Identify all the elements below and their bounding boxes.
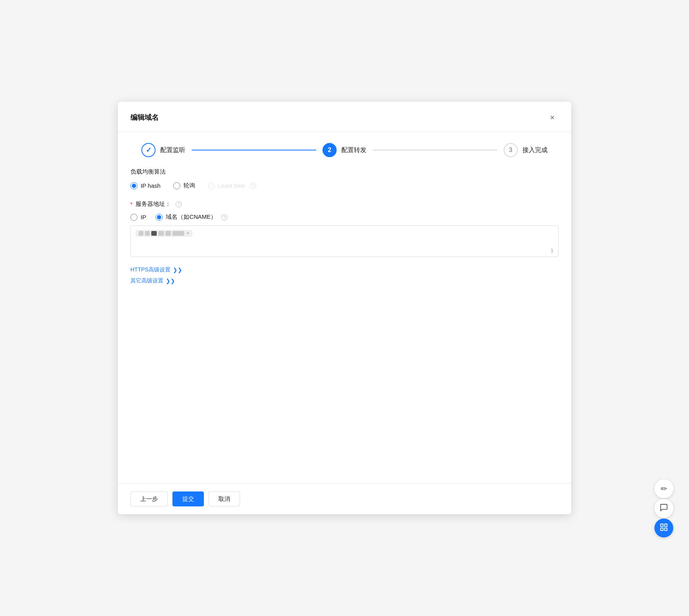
svg-rect-1 — [665, 524, 667, 526]
tag-seg-6 — [172, 231, 184, 236]
radio-domain-type-input[interactable] — [156, 214, 163, 221]
step-2-label: 配置转发 — [341, 146, 366, 154]
grid-icon — [660, 523, 668, 534]
float-grid-button[interactable] — [654, 519, 673, 537]
tag-seg-2 — [145, 231, 150, 236]
required-star: * — [130, 201, 132, 207]
prev-button[interactable]: 上一步 — [130, 491, 168, 506]
step-1-check: ✓ — [146, 146, 152, 154]
radio-round-robin-input[interactable] — [173, 182, 180, 189]
modal-container: 编辑域名 × ✓ 配置监听 2 配置转发 3 接入完成 — [118, 102, 571, 514]
tag-seg-4 — [158, 231, 164, 236]
other-advanced-link[interactable]: 其它高级设置 ❯❯ — [130, 277, 559, 284]
tag-seg-5 — [165, 231, 171, 236]
https-advanced-link[interactable]: HTTPS高级设置 ❯❯ — [130, 266, 559, 273]
step-3-circle: 3 — [504, 143, 518, 157]
svg-rect-2 — [665, 528, 667, 530]
radio-ip-hash-input[interactable] — [130, 182, 137, 189]
radio-ip-hash-label: IP hash — [141, 182, 161, 189]
tag-seg-3 — [151, 231, 157, 236]
radio-domain-type-label: 域名（如CNAME） — [166, 213, 216, 221]
radio-round-robin-label: 轮询 — [183, 182, 195, 189]
float-chat-button[interactable] — [654, 499, 673, 518]
step-3: 3 接入完成 — [504, 143, 548, 157]
other-chevron-icon: ❯❯ — [166, 278, 175, 284]
load-balance-title: 负载均衡算法 — [130, 168, 559, 176]
radio-ip-type-input[interactable] — [130, 214, 137, 221]
server-address-help-icon[interactable]: ? — [176, 201, 182, 207]
modal-footer: 上一步 提交 取消 — [118, 483, 571, 514]
close-button[interactable]: × — [546, 111, 559, 124]
step-3-label: 接入完成 — [522, 146, 548, 154]
float-edit-button[interactable]: ✏ — [654, 479, 673, 498]
chat-icon — [660, 503, 668, 514]
domain-type-help-icon[interactable]: ? — [221, 214, 227, 220]
step-2: 2 配置转发 — [323, 143, 366, 157]
cancel-button[interactable]: 取消 — [209, 491, 240, 506]
tag-item-1: × — [136, 230, 192, 237]
step-3-number: 3 — [509, 147, 513, 154]
step-line-2 — [373, 150, 497, 150]
https-advanced-label: HTTPS高级设置 — [130, 266, 170, 273]
float-buttons: ✏ — [654, 479, 673, 537]
radio-least-time[interactable]: Least time ? — [208, 182, 256, 189]
https-chevron-icon: ❯❯ — [173, 267, 182, 273]
radio-domain-type[interactable]: 域名（如CNAME） ? — [156, 213, 227, 221]
modal-content: 负载均衡算法 IP hash 轮询 Least time ? * 服务器地址： — [118, 168, 571, 483]
tag-close-1[interactable]: × — [187, 231, 189, 236]
least-time-help-icon[interactable]: ? — [250, 183, 256, 189]
step-2-circle: 2 — [323, 143, 337, 157]
radio-least-time-input — [208, 182, 215, 189]
radio-ip-type[interactable]: IP — [130, 214, 146, 221]
radio-ip-type-label: IP — [141, 214, 146, 220]
steps-container: ✓ 配置监听 2 配置转发 3 接入完成 — [118, 132, 571, 168]
other-advanced-label: 其它高级设置 — [130, 277, 163, 284]
step-1-label: 配置监听 — [160, 146, 185, 154]
radio-round-robin[interactable]: 轮询 — [173, 182, 195, 189]
step-1-circle: ✓ — [141, 143, 156, 157]
step-line-1 — [192, 150, 316, 150]
tag-count: 1 — [551, 248, 553, 253]
submit-button[interactable]: 提交 — [172, 491, 204, 506]
tag-seg-1 — [139, 231, 143, 236]
step-2-number: 2 — [328, 147, 332, 154]
svg-rect-3 — [661, 528, 663, 530]
radio-least-time-label: Least time — [218, 182, 245, 189]
modal-header: 编辑域名 × — [118, 102, 571, 132]
svg-rect-0 — [661, 524, 663, 526]
load-balance-options: IP hash 轮询 Least time ? — [130, 182, 559, 189]
server-address-label: 服务器地址： — [136, 200, 171, 208]
tag-input-area[interactable]: × 1 — [130, 226, 559, 257]
server-address-row: * 服务器地址： ? — [130, 200, 559, 208]
server-type-group: IP 域名（如CNAME） ? — [130, 213, 559, 221]
modal-title: 编辑域名 — [130, 113, 159, 122]
radio-ip-hash[interactable]: IP hash — [130, 182, 161, 189]
edit-icon: ✏ — [661, 484, 667, 493]
step-1: ✓ 配置监听 — [141, 143, 185, 157]
